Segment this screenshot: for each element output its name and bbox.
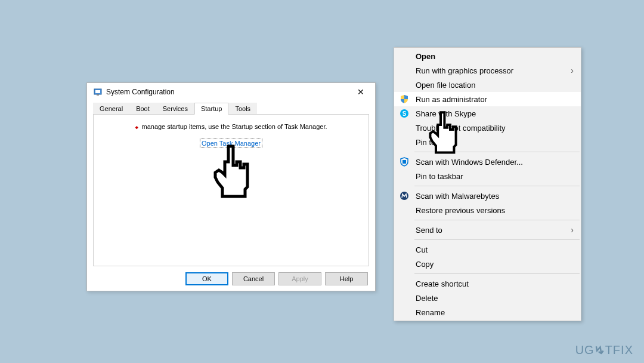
menu-item-label: Cut — [416, 245, 428, 254]
cancel-button[interactable]: Cancel — [232, 272, 275, 285]
app-icon — [93, 87, 103, 97]
menu-separator — [414, 220, 580, 220]
svg-text:S: S — [402, 110, 407, 117]
bullet-icon: ⬥ — [135, 123, 139, 130]
menu-item-create-shortcut[interactable]: Create shortcut — [394, 276, 581, 291]
menu-item-scan-with-windows-defender[interactable]: Scan with Windows Defender... — [394, 155, 581, 169]
watermark: UG↯TFIX — [575, 343, 633, 357]
menu-item-label: Create shortcut — [416, 279, 469, 288]
tab-general[interactable]: General — [93, 103, 129, 115]
ok-button[interactable]: OK — [185, 272, 228, 285]
svg-rect-1 — [95, 90, 100, 93]
menu-separator — [414, 186, 580, 186]
tab-services[interactable]: Services — [156, 103, 194, 115]
menu-item-rename[interactable]: Rename — [394, 305, 581, 319]
startup-hint: ⬥manage startup items, use the Startup s… — [94, 123, 369, 130]
tab-boot[interactable]: Boot — [129, 103, 156, 115]
shield-icon — [399, 94, 410, 104]
menu-item-open[interactable]: Open — [394, 49, 581, 63]
menu-item-run-as-administrator[interactable]: Run as administrator — [394, 92, 581, 106]
chevron-right-icon: › — [571, 66, 574, 75]
menu-item-label: Open file location — [416, 81, 475, 90]
help-button[interactable]: Help — [325, 272, 368, 285]
menu-item-share-with-skype[interactable]: SShare with Skype — [394, 106, 581, 121]
dialog-buttons: OK Cancel Apply Help — [87, 266, 375, 291]
dialog-title: System Configuration — [106, 88, 349, 96]
context-menu: OpenRun with graphics processor›Open fil… — [394, 47, 581, 321]
menu-separator — [414, 273, 580, 274]
menu-item-label: Delete — [416, 294, 438, 303]
menu-item-label: Scan with Windows Defender... — [416, 158, 523, 167]
menu-item-label: Scan with Malwarebytes — [416, 192, 499, 201]
menu-separator — [414, 239, 580, 240]
menu-item-troubleshoot-compatibility[interactable]: Troubleshoot compatibility — [394, 121, 581, 135]
menu-item-label: Restore previous versions — [416, 206, 505, 215]
chevron-right-icon: › — [571, 225, 574, 235]
menu-item-label: Copy — [416, 260, 434, 269]
menu-item-label: Rename — [416, 308, 445, 317]
menu-item-label: Send to — [416, 226, 442, 235]
menu-item-label: Pin to taskbar — [416, 172, 463, 181]
titlebar: System Configuration ✕ — [87, 83, 375, 101]
svg-rect-5 — [402, 160, 406, 164]
close-button[interactable]: ✕ — [349, 84, 373, 100]
cursor-hand-icon — [426, 110, 460, 156]
tab-startup[interactable]: Startup — [194, 103, 228, 115]
tab-tools[interactable]: Tools — [228, 103, 257, 115]
svg-rect-2 — [97, 94, 99, 96]
menu-item-label: Run as administrator — [416, 95, 487, 104]
menu-item-label: Open — [416, 52, 435, 61]
menu-item-pin-to-taskbar[interactable]: Pin to taskbar — [394, 169, 581, 183]
skype-icon: S — [399, 108, 410, 119]
menu-item-restore-previous-versions[interactable]: Restore previous versions — [394, 203, 581, 217]
menu-item-pin-to-start[interactable]: Pin to Start — [394, 135, 581, 149]
menu-item-run-with-graphics-processor[interactable]: Run with graphics processor› — [394, 63, 581, 78]
menu-item-send-to[interactable]: Send to› — [394, 223, 581, 237]
menu-item-delete[interactable]: Delete — [394, 291, 581, 305]
menu-item-label: Run with graphics processor — [416, 66, 513, 75]
cursor-hand-icon — [210, 144, 252, 201]
menu-item-scan-with-malwarebytes[interactable]: Scan with Malwarebytes — [394, 189, 581, 203]
menu-item-open-file-location[interactable]: Open file location — [394, 78, 581, 92]
menu-item-copy[interactable]: Copy — [394, 257, 581, 271]
tab-bar: General Boot Services Startup Tools — [93, 102, 369, 114]
apply-button[interactable]: Apply — [278, 272, 321, 285]
malwarebytes-icon — [399, 190, 410, 201]
menu-item-cut[interactable]: Cut — [394, 242, 581, 257]
defender-icon — [399, 156, 410, 167]
